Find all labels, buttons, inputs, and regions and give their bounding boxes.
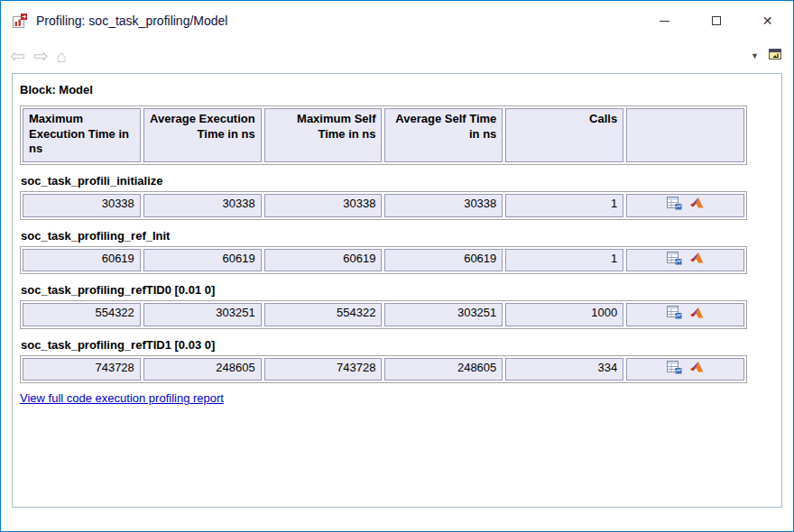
header-max-self-time: Maximum Self Time in ns (264, 108, 383, 162)
forward-icon[interactable]: ⇨ (33, 47, 49, 65)
content-panel: Block: Model Maximum Execution Time in n… (12, 73, 782, 508)
matlab-icon[interactable] (690, 252, 705, 269)
profiling-window: Profiling: soc_task_profiling/Model ✕ ⇦ … (0, 0, 794, 532)
toolbar: ⇦ ⇨ ⌂ ▼ (1, 41, 793, 71)
value-cell: 60619 (384, 249, 503, 272)
section-title: soc_task_profiling_ref_Init (21, 229, 774, 243)
value-cell: 743728 (23, 358, 141, 381)
dock-icon[interactable] (768, 48, 782, 64)
actions-cell (626, 194, 744, 217)
value-cell: 60619 (23, 249, 141, 272)
window-controls: ✕ (639, 1, 793, 41)
home-icon[interactable]: ⌂ (57, 48, 67, 65)
section-title: soc_task_profiling_refTID0 [0.01 0] (21, 283, 774, 297)
value-cell: 30338 (264, 194, 383, 217)
close-icon: ✕ (762, 14, 773, 27)
value-cell: 60619 (143, 249, 262, 272)
header-avg-execution-time: Average Execution Time in ns (143, 108, 262, 162)
report-table-icon[interactable] (667, 361, 682, 379)
table-row: 554322 303251 554322 303251 1000 (20, 300, 747, 329)
table-row: 60619 60619 60619 60619 1 (20, 246, 747, 275)
value-cell: 30338 (23, 194, 141, 217)
value-cell: 248605 (384, 358, 503, 381)
actions-cell (626, 249, 744, 272)
titlebar: Profiling: soc_task_profiling/Model ✕ (1, 1, 793, 41)
table-row: 30338 30338 30338 30338 1 (20, 191, 747, 220)
actions-cell (626, 303, 744, 326)
minimize-button[interactable] (639, 1, 690, 41)
value-cell: 743728 (264, 358, 383, 381)
block-label: Block: Model (20, 83, 774, 96)
full-report-link[interactable]: View full code execution profiling repor… (20, 391, 224, 405)
report-table-icon[interactable] (667, 197, 682, 215)
header-calls: Calls (505, 108, 623, 162)
close-button[interactable]: ✕ (742, 1, 793, 41)
window-title: Profiling: soc_task_profiling/Model (36, 14, 227, 28)
header-max-execution-time: Maximum Execution Time in ns (23, 108, 141, 162)
value-cell: 30338 (143, 194, 262, 217)
maximize-icon (712, 16, 721, 25)
report-table-icon[interactable] (667, 252, 682, 270)
value-cell: 1 (505, 249, 623, 272)
header-actions (626, 108, 744, 162)
actions-cell (626, 358, 744, 381)
value-cell: 1 (505, 194, 623, 217)
header-avg-self-time: Average Self Time in ns (384, 108, 503, 162)
chevron-down-icon[interactable]: ▼ (751, 52, 759, 60)
report-table-icon[interactable] (667, 306, 682, 324)
section-title: soc_task_profili_initialize (21, 174, 774, 188)
value-cell: 248605 (143, 358, 262, 381)
value-cell: 303251 (143, 303, 262, 326)
toolbar-right: ▼ (751, 48, 782, 64)
value-cell: 60619 (264, 249, 383, 272)
matlab-icon[interactable] (690, 307, 705, 324)
section-title: soc_task_profiling_refTID1 [0.03 0] (21, 338, 774, 352)
minimize-icon (660, 21, 669, 22)
maximize-button[interactable] (690, 1, 742, 41)
value-cell: 303251 (384, 303, 503, 326)
value-cell: 554322 (264, 303, 383, 326)
table-header-row: Maximum Execution Time in ns Average Exe… (20, 105, 747, 165)
value-cell: 334 (505, 358, 623, 381)
value-cell: 30338 (384, 194, 503, 217)
matlab-icon[interactable] (690, 197, 705, 214)
matlab-icon[interactable] (690, 361, 705, 378)
value-cell: 554322 (23, 303, 141, 326)
back-icon[interactable]: ⇦ (10, 47, 25, 65)
profiler-app-icon (12, 13, 28, 29)
value-cell: 1000 (505, 303, 623, 326)
table-row: 743728 248605 743728 248605 334 (20, 355, 747, 384)
